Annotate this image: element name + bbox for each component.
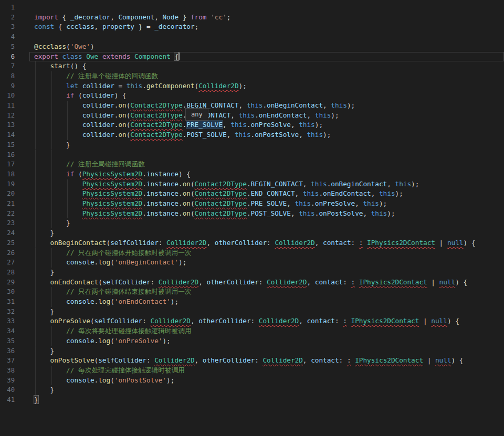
code-line[interactable]: 17 // 注册全局碰撞回调函数 [0,159,504,169]
code-line[interactable]: 23 } [0,218,504,228]
code-token: ); [315,121,323,129]
code-line[interactable]: 20 PhysicsSystem2D.instance.on(Contact2D… [0,189,504,199]
code-line[interactable]: 32 } [0,307,504,317]
line-number[interactable]: 34 [0,326,15,336]
code-line[interactable]: 36 } [0,346,504,356]
line-number[interactable]: 38 [0,366,15,376]
line-number[interactable]: 20 [0,189,15,199]
code-line[interactable]: 9 let collider = this.getComponent(Colli… [0,81,504,91]
code-token: ccclass [66,23,94,30]
line-number[interactable]: 14 [0,130,15,140]
code-token [34,307,50,315]
code-line[interactable]: 13 collider.on(Contact2DType.PRE_SOLVE, … [0,120,504,130]
code-line[interactable]: 38 // 每次处理完碰撞体接触逻辑时被调用 [0,366,504,376]
code-line[interactable]: 8 // 注册单个碰撞体的回调函数 [0,71,504,81]
line-number[interactable]: 10 [0,91,15,101]
code-line[interactable]: 25 onBeginContact(selfCollider: Collider… [0,238,504,248]
code-token: _decorator [70,13,110,21]
line-number[interactable]: 4 [0,32,15,42]
line-number[interactable]: 13 [0,120,15,130]
line-number[interactable]: 12 [0,111,15,121]
code-line[interactable]: 28 } [0,268,504,278]
code-line[interactable]: 31 console.log('onEndContact'); [0,297,504,307]
line-number[interactable]: 24 [0,228,15,238]
line-number[interactable]: 6 [0,52,15,62]
line-number[interactable]: 39 [0,376,15,386]
code-line[interactable]: 27 console.log('onBeginContact'); [0,258,504,268]
code-line[interactable]: 15 } [0,140,504,150]
line-number[interactable]: 31 [0,297,15,307]
line-number[interactable]: 35 [0,336,15,346]
code-token [34,82,66,90]
code-token [34,297,66,305]
line-number[interactable]: 1 [0,3,15,13]
line-number[interactable]: 3 [0,22,15,32]
code-token: instance [146,189,178,197]
line-number[interactable]: 36 [0,346,15,356]
line-number[interactable]: 28 [0,268,15,278]
code-token: : [159,239,166,247]
code-line[interactable]: 6export class Qwe extends Component { [0,52,504,62]
line-number[interactable]: 22 [0,209,15,219]
code-line[interactable]: 5@ccclass('Qwe') [0,42,504,52]
line-number[interactable]: 2 [0,13,15,23]
code-line[interactable]: 30 // 只在两个碰撞体结束接触时被调用一次 [0,287,504,297]
code-token-error: Contact2DType [130,121,182,129]
code-line[interactable]: 2import { _decorator, Component, Node } … [0,13,504,23]
code-token [34,62,50,70]
code-line[interactable]: 26 // 只在两个碰撞体开始接触时被调用一次 [0,248,504,258]
code-token: ); [178,258,186,266]
line-number[interactable]: 37 [0,356,15,366]
code-token: . [262,101,267,109]
line-number[interactable]: 27 [0,258,15,268]
code-line[interactable]: 21 PhysicsSystem2D.instance.on(Contact2D… [0,199,504,209]
code-token: } [178,13,191,21]
line-number[interactable]: 19 [0,179,15,189]
code-line[interactable]: 41} [0,395,504,405]
line-number[interactable]: 11 [0,101,15,111]
code-line[interactable]: 24 } [0,228,504,238]
line-number[interactable]: 33 [0,316,15,326]
line-content: } [34,140,70,150]
line-number[interactable]: 41 [0,395,15,405]
code-line[interactable]: 10 if (collider) { [0,91,504,101]
code-line[interactable]: 4 [0,32,504,42]
line-number[interactable]: 23 [0,218,15,228]
code-line[interactable]: 29 onEndContact(selfCollider: Collider2D… [0,278,504,288]
line-number[interactable]: 40 [0,385,15,395]
code-line[interactable]: 16 [0,150,504,160]
line-number[interactable]: 29 [0,278,15,288]
code-line[interactable]: 7 start() { [0,61,504,71]
code-line[interactable]: 1 [0,3,504,13]
line-number[interactable]: 7 [0,61,15,71]
line-number[interactable]: 16 [0,150,15,160]
line-number[interactable]: 15 [0,140,15,150]
line-number[interactable]: 9 [0,81,15,91]
code-token: ) { [178,170,191,178]
code-line[interactable]: 37 onPostSolve(selfCollider: Collider2D,… [0,356,504,366]
line-number[interactable]: 18 [0,169,15,179]
code-token: { [174,52,178,60]
line-number[interactable]: 17 [0,159,15,169]
code-line[interactable]: 11 collider.on(Contact2DType.BEGIN_CONTA… [0,101,504,111]
code-line[interactable]: 22 PhysicsSystem2D.instance.on(Contact2D… [0,209,504,219]
line-number[interactable]: 5 [0,42,15,52]
code-line[interactable]: 3const { ccclass, property } = _decorato… [0,22,504,32]
line-number[interactable]: 25 [0,238,15,248]
code-token: () { [70,62,87,70]
code-line[interactable]: 40 } [0,385,504,395]
line-number[interactable]: 32 [0,307,15,317]
code-line[interactable]: 19 PhysicsSystem2D.instance.on(Contact2D… [0,179,504,189]
line-number[interactable]: 26 [0,248,15,258]
line-number[interactable]: 21 [0,199,15,209]
code-line[interactable]: 12 collider.on(Contact2DType.END_CONTACT… [0,111,504,121]
code-line[interactable]: 39 console.log('onPostSolve'); [0,376,504,386]
code-line[interactable]: 18 if (PhysicsSystem2D.instance) { [0,169,504,179]
code-line[interactable]: 34 // 每次将要处理碰撞体接触逻辑时被调用 [0,326,504,336]
code-line[interactable]: 14 collider.on(Contact2DType.POST_SOLVE,… [0,130,504,140]
code-token [34,356,50,364]
code-line[interactable]: 33 onPreSolve(selfCollider: Collider2D, … [0,316,504,326]
code-line[interactable]: 35 console.log('onPreSolve'); [0,336,504,346]
line-number[interactable]: 8 [0,71,15,81]
line-number[interactable]: 30 [0,287,15,297]
